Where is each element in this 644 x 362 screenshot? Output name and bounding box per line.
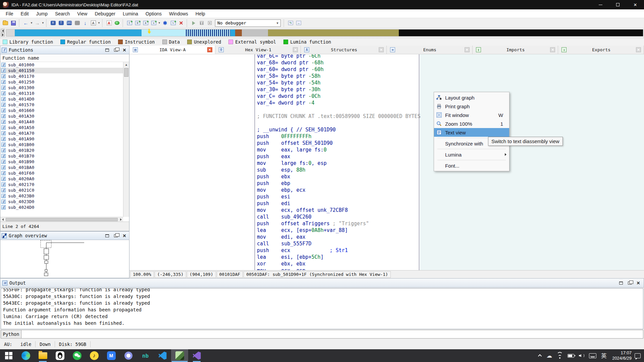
- asm-line[interactable]: var_60= dword ptr -60h: [257, 66, 418, 73]
- scrollbar-thumb[interactable]: [124, 68, 128, 77]
- menu-search[interactable]: Search: [51, 9, 73, 18]
- asm-line[interactable]: ; __unwind { // SEH_501D90: [257, 126, 418, 133]
- close-button[interactable]: ✕: [627, 0, 644, 9]
- panel-maximize-button[interactable]: [618, 280, 624, 286]
- asm-line[interactable]: mov ebp, ecx: [257, 187, 418, 193]
- navband-segment-unexplored-region[interactable]: [268, 29, 399, 36]
- asm-line[interactable]: sub esp, 88h: [257, 167, 418, 173]
- output-titlebar[interactable]: ≡ Output ✕: [0, 278, 644, 288]
- panel-float-button[interactable]: [112, 47, 119, 53]
- function-row[interactable]: fsub_401A70: [0, 130, 123, 136]
- asm-line[interactable]: call sub_555F7D: [257, 240, 418, 247]
- function-row[interactable]: fsub_402170: [0, 182, 123, 187]
- menu-file[interactable]: File: [2, 9, 17, 18]
- navband-scroll-right-button[interactable]: [1, 33, 5, 37]
- asm-line[interactable]: call sub_49C260: [257, 214, 418, 220]
- asm-line[interactable]: var_4= dword ptr -4: [257, 100, 418, 106]
- navband-segment-edge-gap[interactable]: [6, 29, 15, 36]
- ida-view-a-canvas[interactable]: var_6C= byte ptr -6Chvar_68= dword ptr -…: [129, 54, 644, 270]
- asm-line[interactable]: push esi: [257, 193, 418, 200]
- function-row[interactable]: fsub_401A40: [0, 119, 123, 125]
- asm-line[interactable]: push eax: [257, 153, 418, 160]
- debugger-stop-button[interactable]: ■: [206, 19, 213, 27]
- battery-icon[interactable]: [565, 349, 577, 362]
- debugger-pause-button[interactable]: ❚❚: [198, 19, 205, 27]
- tab-structures[interactable]: AStructures✕: [301, 46, 387, 54]
- maximize-button[interactable]: [609, 0, 627, 9]
- function-row[interactable]: fsub_401B00: [0, 142, 123, 147]
- search-again-button[interactable]: [73, 19, 81, 27]
- jump-forward-button[interactable]: →: [34, 19, 41, 27]
- search-text-button[interactable]: H: [49, 19, 57, 27]
- make-string-dropdown[interactable]: ▼: [158, 21, 161, 24]
- touch-keyboard-icon[interactable]: [587, 349, 599, 362]
- taskbar-clock[interactable]: 17:07 2024/6/29: [609, 350, 635, 361]
- menu-item-zoom-100-[interactable]: Zoom 100%1: [434, 119, 509, 128]
- menu-edit[interactable]: Edit: [17, 9, 33, 18]
- function-row[interactable]: fsub_4021C0: [0, 187, 123, 193]
- menu-item-font-[interactable]: Font...: [434, 161, 509, 170]
- make-name-button[interactable]: A: [142, 19, 149, 27]
- edit-function-button[interactable]: ✎: [169, 19, 177, 27]
- undefine-button[interactable]: ✕: [177, 19, 185, 27]
- menu-item-lumina[interactable]: Lumina: [434, 150, 509, 159]
- function-row[interactable]: fsub_401170: [0, 73, 123, 79]
- asm-line[interactable]: var_68= dword ptr -68h: [257, 59, 418, 66]
- asm-line[interactable]: ; FUNCTION CHUNK AT .text:00589900 SIZE …: [257, 113, 418, 120]
- function-row[interactable]: fsub_401660: [0, 108, 123, 113]
- tab-imports[interactable]: ↧Imports✕: [473, 46, 558, 54]
- menu-lumina[interactable]: Lumina: [119, 9, 142, 18]
- panel-float-button[interactable]: [626, 280, 633, 286]
- python-cli-input[interactable]: [21, 330, 643, 339]
- panel-maximize-button[interactable]: [104, 47, 110, 53]
- search-immediate-button[interactable]: T: [57, 19, 65, 27]
- asm-line[interactable]: mov ecx, esp: [257, 267, 418, 270]
- rename-button[interactable]: A: [90, 19, 97, 27]
- navigation-band[interactable]: [6, 29, 643, 37]
- tab-close-icon[interactable]: ✕: [550, 47, 555, 52]
- function-row[interactable]: fsub_4023B0: [0, 193, 123, 199]
- open-file-button[interactable]: [2, 19, 9, 27]
- function-row[interactable]: fsub_401BA0: [0, 165, 123, 170]
- functions-horizontal-scrollbar[interactable]: [0, 217, 123, 222]
- qq-icon[interactable]: [51, 349, 68, 362]
- asm-line[interactable]: mov ecx, offset unk_72CBF8: [257, 207, 418, 214]
- function-row[interactable]: fsub_401000: [0, 62, 123, 68]
- asm-line[interactable]: var_30= byte ptr -30h: [257, 86, 418, 93]
- ime-indicator[interactable]: 英: [599, 349, 609, 362]
- function-row[interactable]: fsub_401300: [0, 85, 123, 90]
- navband-segment-instruction-region[interactable]: [235, 29, 242, 36]
- panel-maximize-button[interactable]: [104, 233, 110, 239]
- tab-close-icon[interactable]: ✕: [379, 47, 384, 52]
- function-row[interactable]: fsub_4024D0: [0, 204, 123, 210]
- graph-overview-titlebar[interactable]: ▞ Graph overview ✕: [0, 231, 129, 240]
- scroll-up-icon[interactable]: ▲: [123, 62, 129, 67]
- menu-windows[interactable]: Windows: [165, 9, 192, 18]
- navband-segment-data-region[interactable]: [242, 29, 268, 36]
- menu-view[interactable]: View: [73, 9, 91, 18]
- navband-segment-regular-function-region[interactable]: [15, 29, 142, 36]
- make-array-button[interactable]: ✱: [161, 19, 169, 27]
- function-row[interactable]: fsub_401250: [0, 79, 123, 85]
- ring-app-icon[interactable]: [120, 349, 137, 362]
- panel-close-button[interactable]: ✕: [635, 280, 642, 286]
- volume-icon[interactable]: [577, 349, 587, 362]
- search-sequence-button[interactable]: 101: [65, 19, 73, 27]
- function-row[interactable]: fsub_401B70: [0, 153, 123, 159]
- menu-help[interactable]: Help: [192, 9, 209, 18]
- asm-line[interactable]: mov large fs:0, esp: [257, 160, 418, 167]
- file-explorer-icon[interactable]: [34, 349, 51, 362]
- asm-line[interactable]: push ecx ; Str1: [257, 247, 418, 254]
- python-cli-button[interactable]: Python: [1, 330, 21, 339]
- qq-music-icon[interactable]: ♪: [86, 349, 103, 362]
- asm-line[interactable]: var_C= dword ptr -0Ch: [257, 93, 418, 100]
- menu-item-fit-window[interactable]: Fit windowW: [434, 111, 509, 119]
- debugger-select[interactable]: No debugger ▼: [215, 19, 281, 27]
- function-row[interactable]: fsub_4014D0: [0, 96, 123, 102]
- edge-icon[interactable]: [17, 349, 34, 362]
- make-code-button[interactable]: C: [126, 19, 133, 27]
- output-console[interactable]: 555F0F: propagate_stkargs: function is a…: [1, 288, 643, 329]
- menu-item-text-view[interactable]: Text view: [434, 128, 509, 137]
- ascii-string-button[interactable]: A: [105, 19, 113, 27]
- rename-dropdown[interactable]: ▼: [97, 21, 101, 24]
